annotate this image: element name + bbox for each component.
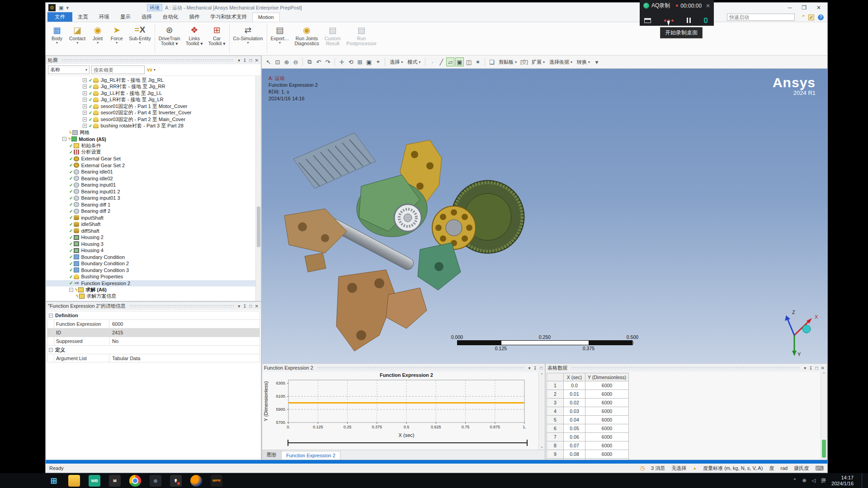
select-dropdown[interactable]: 选择▾ — [388, 57, 405, 66]
tab-自动化[interactable]: 自动化 — [157, 12, 184, 22]
expand-toggle-icon[interactable]: − — [69, 288, 73, 292]
cell-value[interactable]: 6000 — [585, 381, 629, 390]
cell-value[interactable]: 6000 — [585, 441, 629, 450]
panel-menu-icon[interactable]: ▾ — [528, 366, 531, 371]
search-options-caret-icon[interactable]: ▾ — [154, 68, 156, 72]
scroll-up-icon[interactable]: ⌃ — [540, 373, 544, 377]
tree-item[interactable]: ✓idleShaft — [46, 221, 255, 228]
panel-menu-icon[interactable]: ▾ — [237, 58, 241, 63]
graph-tab-Function Expression 2[interactable]: Function Expression 2 — [282, 451, 340, 460]
minimize-button[interactable]: ─ — [788, 5, 792, 11]
filter-chevron-icon[interactable]: ∨∨ — [146, 67, 152, 73]
run-joints-diagnostics-button[interactable]: ◉Run JointsDiagnostics — [292, 22, 321, 55]
zoom-all-icon[interactable]: ▣ — [365, 57, 373, 66]
collapse-ribbon-icon[interactable]: ⌃ — [801, 14, 806, 20]
tree-item[interactable]: +✓Jig_LR衬套 - 接地 至 Jig_LR — [46, 97, 255, 103]
tree-item[interactable]: ✓External Gear Set 2 — [46, 162, 255, 169]
pan-icon[interactable]: ✛ — [338, 57, 346, 66]
tab-插件[interactable]: 插件 — [184, 12, 205, 22]
redo-icon[interactable]: ↷ — [324, 57, 332, 66]
table-row[interactable]: 100.096000 — [547, 459, 629, 460]
tree-item[interactable]: ✓Housing 4 — [46, 247, 255, 254]
tree-item[interactable]: +✓bushing rotate衬套 - Part 3 至 Part 28 — [46, 123, 255, 130]
tab-环境[interactable]: 环境 — [94, 12, 115, 22]
tree-item[interactable]: +✓Jig_LL衬套 - 接地 至 Jig_LL — [46, 90, 255, 97]
collapse-group-icon[interactable]: − — [49, 348, 53, 352]
cell-value[interactable]: 0.07 — [564, 441, 585, 450]
help-icon[interactable]: ? — [818, 14, 824, 20]
tree-item[interactable]: +✓sesor03固定的 - Part 2 至 Main_Cover — [46, 116, 255, 123]
workbench-icon[interactable]: WB — [89, 475, 100, 487]
status-angle-unit[interactable]: 度 — [769, 465, 774, 472]
chrome-icon[interactable] — [129, 475, 141, 487]
expand-toggle-icon[interactable]: − — [62, 137, 66, 141]
maximize-panel-icon[interactable]: □ — [539, 366, 543, 371]
body-button[interactable]: ▦Body▼ — [47, 22, 66, 55]
tree-item[interactable]: ✓inputShaft — [46, 215, 255, 221]
details-value[interactable]: No — [109, 337, 259, 345]
recorder-mic-icon[interactable]: 🎙 — [170, 475, 182, 487]
tab-Motion[interactable]: Motion — [252, 13, 280, 22]
panel-menu-icon[interactable]: ▾ — [803, 366, 807, 371]
maximize-panel-icon[interactable]: □ — [249, 58, 253, 63]
name-filter-combo[interactable]: 名称 ▾ — [48, 66, 90, 74]
pin-icon[interactable]: ↧ — [808, 366, 813, 371]
record-start-icon[interactable] — [664, 19, 674, 22]
microphone-icon[interactable] — [704, 18, 708, 23]
table-row[interactable]: 60.056000 — [547, 424, 629, 433]
undo-icon[interactable]: ↶ — [315, 57, 323, 66]
tray-expand-icon[interactable]: ⌃ — [793, 478, 797, 483]
expand-toggle-icon[interactable]: + — [83, 124, 87, 128]
cell-value[interactable]: 0.02 — [564, 399, 585, 407]
details-value[interactable]: 2415 — [109, 328, 259, 337]
copy-icon[interactable]: ⧉ — [306, 57, 314, 66]
tree-item[interactable]: ϟ求解方案信息 — [46, 293, 255, 300]
tray-network-icon[interactable]: ⊕ — [802, 478, 806, 483]
cell-value[interactable]: 6000 — [585, 459, 629, 460]
tree-item[interactable]: +✓Jig_RL衬套 - 接地 至 Jig_RL — [46, 77, 255, 84]
tree-item[interactable]: +✓Jig_RR衬套 - 接地 至 Jig_RR — [46, 84, 255, 90]
extend-dropdown[interactable]: 扩展▾ — [530, 57, 547, 66]
close-panel-icon[interactable]: ✕ — [255, 304, 259, 309]
tree-item[interactable]: ✓Housing 2 — [46, 234, 255, 241]
expand-toggle-icon[interactable]: + — [83, 84, 87, 89]
graph-tab-图形[interactable]: 图形 — [262, 450, 282, 460]
tree-item[interactable]: ✓Bearing input01 2 — [46, 188, 255, 195]
cell-value[interactable]: 0.06 — [564, 433, 585, 441]
select-wand-icon[interactable]: ✶ — [474, 57, 482, 66]
tab-显示[interactable]: 显示 — [115, 12, 136, 22]
mpr-app-icon[interactable]: MPR — [211, 475, 222, 487]
dark-app-icon[interactable]: ◎ — [150, 475, 161, 487]
table-row[interactable]: 10.06000 — [547, 381, 629, 390]
expand-toggle-icon[interactable]: + — [83, 91, 87, 95]
tree-item[interactable]: ✓=XFunction Expression 2 — [46, 280, 255, 287]
face-filter-icon[interactable]: ▱ — [446, 57, 454, 66]
recorder-close-icon[interactable]: ✕ — [706, 3, 710, 9]
tray-volume-icon[interactable]: ◁ — [812, 478, 816, 483]
cell-value[interactable]: 6000 — [585, 390, 629, 399]
links-toolkit-button[interactable]: ❖LinksToolkit ▾ — [183, 22, 206, 55]
status-units[interactable]: 度量标准 (m, kg, N, s, V, A) — [703, 465, 763, 472]
details-value[interactable]: Tabular Data — [109, 354, 259, 362]
outline-scrollbar[interactable] — [255, 76, 261, 301]
convert-dropdown[interactable]: 转换▾ — [575, 57, 592, 66]
sub-entity-button[interactable]: =XSub-Entity▼ — [126, 22, 153, 55]
cell-value[interactable]: 6000 — [585, 433, 629, 441]
tree-item[interactable]: ✓Bearing input01 3 — [46, 195, 255, 202]
tree-item[interactable]: ✓Bearing diff 2 — [46, 208, 255, 215]
close-panel-icon[interactable]: ✕ — [255, 58, 259, 63]
tab-学习和技术支持[interactable]: 学习和技术支持 — [205, 12, 253, 22]
table-row[interactable]: 70.066000 — [547, 433, 629, 441]
tree-item[interactable]: ✓External Gear Set — [46, 155, 255, 162]
clipboard-dropdown[interactable]: 剪贴板▾ — [497, 57, 519, 66]
tree-item[interactable]: ✓Bearing idle01 — [46, 169, 255, 175]
table-row[interactable]: 50.046000 — [547, 416, 629, 424]
maximize-panel-icon[interactable]: □ — [815, 366, 819, 371]
drivetrain-toolkit-button[interactable]: ⊛DriveTrainToolkit ▾ — [156, 22, 183, 55]
box-zoom-icon[interactable]: ⊡ — [274, 57, 282, 66]
expand-toggle-icon[interactable]: + — [83, 104, 87, 108]
tray-ime-icon[interactable]: 拼 — [821, 477, 826, 484]
tree-item[interactable]: ✓Bushing Properties — [46, 273, 255, 280]
tree-item[interactable]: ✓Housing 3 — [46, 241, 255, 248]
tree-item[interactable]: ✓初始条件 — [46, 142, 255, 149]
